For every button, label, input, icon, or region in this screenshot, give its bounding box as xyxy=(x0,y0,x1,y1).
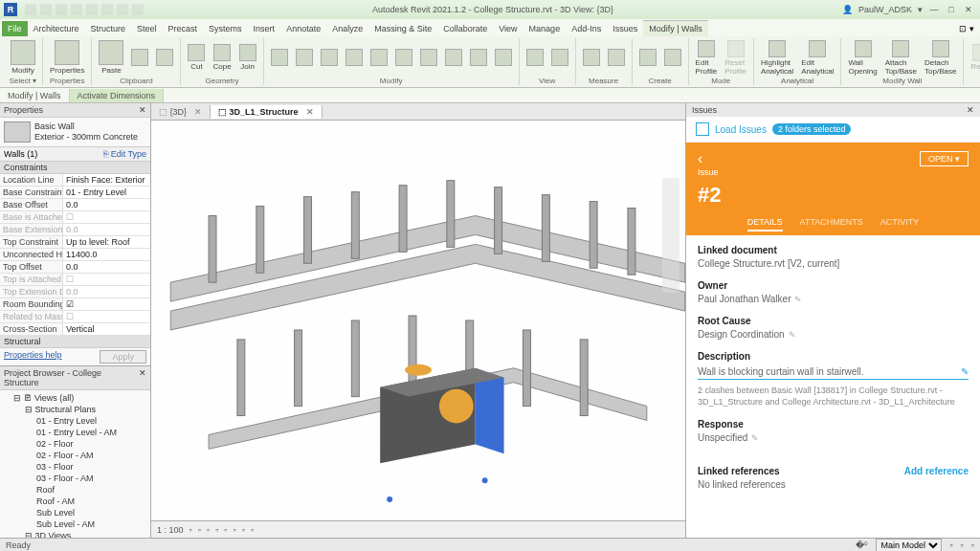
ribbon-button[interactable]: Paste xyxy=(96,39,126,76)
issue-tab[interactable]: DETAILS xyxy=(747,217,783,231)
apply-button[interactable]: Apply xyxy=(100,350,146,364)
param-group-constraints[interactable]: Constraints xyxy=(0,162,150,174)
ribbon-tab[interactable]: Insert xyxy=(248,21,281,36)
view-tab[interactable]: ⬚ 3D_L1_Structure✕ xyxy=(211,105,323,119)
qat-item[interactable] xyxy=(40,4,52,15)
view-control-icon[interactable]: ▫ xyxy=(215,525,218,535)
property-row[interactable]: Top Extension Distance0.0 xyxy=(0,286,150,298)
ribbon-tab[interactable]: Structure xyxy=(85,21,132,36)
edit-type-button[interactable]: ⎘ Edit Type xyxy=(103,149,146,159)
maximize-button[interactable]: □ xyxy=(944,5,959,14)
ribbon-tab[interactable]: Add-Ins xyxy=(566,21,607,36)
ribbon-button[interactable] xyxy=(661,48,684,67)
close-icon[interactable]: ✕ xyxy=(967,105,974,115)
viewport-3d[interactable] xyxy=(151,121,685,520)
close-icon[interactable]: ✕ xyxy=(139,368,146,387)
owner-value[interactable]: Paul Jonathan Walker✎ xyxy=(698,294,969,304)
ribbon-button[interactable] xyxy=(548,48,571,67)
ribbon-button[interactable] xyxy=(442,48,465,67)
property-row[interactable]: Top Offset0.0 xyxy=(0,261,150,274)
browser-node[interactable]: Roof xyxy=(2,484,148,496)
quick-access-toolbar[interactable] xyxy=(25,4,144,15)
ribbon-tab[interactable]: Modify | Walls xyxy=(643,20,708,36)
ribbon-button[interactable]: Edit Analytical xyxy=(798,39,836,77)
edit-icon[interactable]: ✎ xyxy=(794,295,802,304)
browser-node[interactable]: ⊟ 3D Views xyxy=(2,530,148,538)
view-control-bar[interactable]: 1 : 100 ▫▫▫▫▫▫▫▫ xyxy=(151,520,685,538)
issue-tab[interactable]: ATTACHMENTS xyxy=(800,217,863,231)
property-row[interactable]: Cross-SectionVertical xyxy=(0,323,150,336)
property-row[interactable]: Base is Attached☐ xyxy=(0,211,150,224)
activate-dimensions-button[interactable]: Activate Dimensions xyxy=(70,89,165,102)
ribbon-button[interactable]: Attach Top/Base xyxy=(882,39,920,77)
load-issues-bar[interactable]: Load Issues 2 folders selected xyxy=(686,117,980,143)
navigation-bar[interactable] xyxy=(662,178,679,293)
browser-node[interactable]: 02 - Floor - AM xyxy=(2,450,148,461)
view-control-icon[interactable]: ▫ xyxy=(242,525,245,535)
browser-node[interactable]: Sub Level - AM xyxy=(2,518,148,530)
browser-node[interactable]: 01 - Entry Level xyxy=(2,415,148,427)
browser-node[interactable]: 03 - Floor - AM xyxy=(2,473,148,484)
type-selector[interactable]: Basic WallExterior - 300mm Concrete xyxy=(0,118,150,147)
property-row[interactable]: Base Extension Distan…0.0 xyxy=(0,224,150,236)
ribbon-button[interactable] xyxy=(417,48,440,67)
ribbon-tab[interactable]: Analyze xyxy=(326,21,368,36)
view-control-icon[interactable]: ▫ xyxy=(224,525,227,535)
help-dropdown-icon[interactable]: ▾ xyxy=(918,5,923,14)
view-control-icon[interactable]: ▫ xyxy=(198,525,201,535)
ribbon-tab[interactable]: View xyxy=(493,21,523,36)
status-icon[interactable]: �⁰ xyxy=(856,540,868,550)
qat-item[interactable] xyxy=(71,4,82,15)
status-icon[interactable]: ▫ xyxy=(949,540,952,550)
ribbon-button[interactable] xyxy=(128,48,151,67)
description-field[interactable]: ✎ xyxy=(698,364,969,380)
ribbon-button[interactable] xyxy=(368,48,390,67)
ribbon-button[interactable] xyxy=(392,48,415,67)
close-tab-icon[interactable]: ✕ xyxy=(306,107,314,117)
ribbon-tab[interactable]: Architecture xyxy=(28,21,85,36)
property-row[interactable]: Base Offset0.0 xyxy=(0,199,150,211)
qat-item[interactable] xyxy=(117,4,128,15)
qat-item[interactable] xyxy=(56,4,67,15)
minimize-button[interactable]: — xyxy=(926,5,942,14)
ribbon-tab[interactable]: Manage xyxy=(523,21,567,36)
scale-display[interactable]: 1 : 100 xyxy=(157,525,184,535)
ribbon-button[interactable] xyxy=(580,48,603,67)
response-value[interactable]: Unspecified✎ xyxy=(698,432,969,443)
add-reference-button[interactable]: Add reference xyxy=(904,466,969,476)
property-row[interactable]: Top ConstraintUp to level: Roof xyxy=(0,236,150,249)
view-cube[interactable] xyxy=(637,126,679,168)
ribbon-tab[interactable]: Precast xyxy=(163,21,204,36)
view-control-icon[interactable]: ▫ xyxy=(207,525,210,535)
property-row[interactable]: Room Bounding☑ xyxy=(0,298,150,311)
qat-item[interactable] xyxy=(86,4,98,15)
view-control-icon[interactable]: ▫ xyxy=(234,525,236,535)
ribbon-button[interactable]: Cut xyxy=(185,43,208,72)
ribbon-button[interactable] xyxy=(318,48,341,67)
ribbon-button[interactable] xyxy=(293,48,316,67)
browser-node[interactable]: 01 - Entry Level - AM xyxy=(2,427,148,438)
ribbon-button[interactable]: Wall Opening xyxy=(845,39,880,77)
property-row[interactable]: Base Constraint01 - Entry Level xyxy=(0,187,150,199)
browser-node[interactable]: ⊟ Structural Plans xyxy=(2,404,148,415)
property-row[interactable]: Top is Attached☐ xyxy=(0,274,150,286)
user-section[interactable]: 👤 PaulW_ADSK ▾ xyxy=(842,5,923,14)
browser-tree[interactable]: ⊟ 🖹 Views (all)⊟ Structural Plans01 - En… xyxy=(0,390,150,538)
ribbon-button[interactable]: Highlight Analytical xyxy=(758,39,796,77)
ribbon-tab[interactable]: Systems xyxy=(203,21,248,36)
qat-item[interactable] xyxy=(25,4,36,15)
ribbon-tab[interactable]: Steel xyxy=(131,21,163,36)
ribbon-tab[interactable]: Collaborate xyxy=(437,21,493,36)
browser-node[interactable]: 03 - Floor xyxy=(2,461,148,473)
browser-node[interactable]: Roof - AM xyxy=(2,496,148,507)
close-button[interactable]: ✕ xyxy=(961,5,976,14)
close-icon[interactable]: ✕ xyxy=(139,105,146,115)
status-icon[interactable]: ▫ xyxy=(971,540,974,550)
qat-item[interactable] xyxy=(132,4,144,15)
issue-tab[interactable]: ACTIVITY xyxy=(880,217,920,231)
back-button[interactable]: ‹ xyxy=(698,150,702,167)
ribbon-button[interactable]: Modify xyxy=(8,39,38,76)
property-row[interactable]: Related to Mass☐ xyxy=(0,311,150,323)
view-control-icon[interactable]: ▫ xyxy=(251,525,254,535)
browser-node[interactable]: 02 - Floor xyxy=(2,438,148,450)
